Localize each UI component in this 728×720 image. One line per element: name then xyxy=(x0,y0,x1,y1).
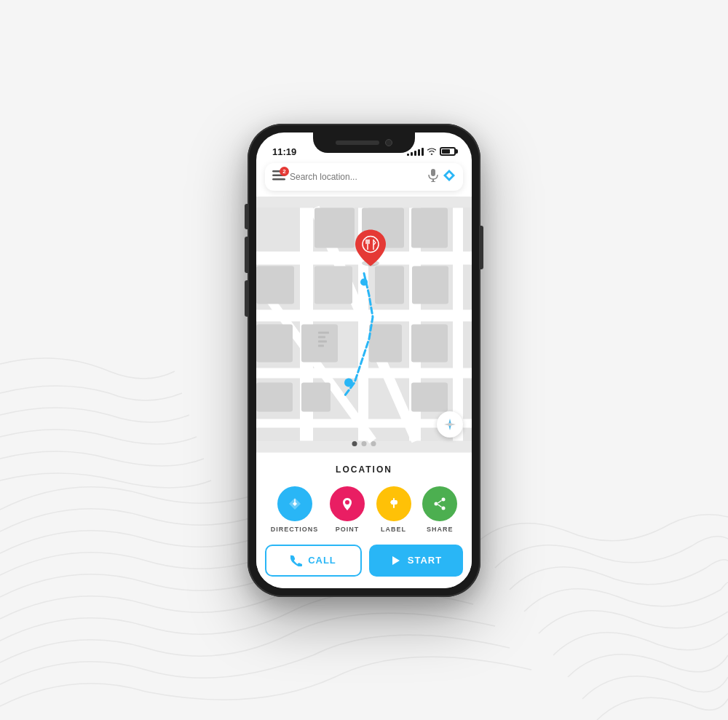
phone-screen: 11:19 xyxy=(256,132,472,588)
page-indicators xyxy=(352,441,376,446)
svg-rect-4 xyxy=(432,179,434,181)
power-button xyxy=(480,226,483,269)
svg-rect-35 xyxy=(318,336,325,338)
volume-up-button xyxy=(245,237,248,273)
svg-point-38 xyxy=(360,278,368,285)
share-label: SHARE xyxy=(427,526,454,533)
call-label: CALL xyxy=(308,555,336,566)
compass-button[interactable] xyxy=(437,411,463,438)
camera xyxy=(385,139,392,146)
map-area[interactable] xyxy=(256,197,472,452)
start-button[interactable]: START xyxy=(369,545,463,577)
share-circle xyxy=(422,486,457,521)
svg-rect-2 xyxy=(272,178,285,181)
call-button[interactable]: CALL xyxy=(265,545,362,577)
status-time: 11:19 xyxy=(272,146,296,157)
label-button[interactable]: LABEL xyxy=(376,486,411,533)
page-dot-2[interactable] xyxy=(362,441,367,446)
directions-circle xyxy=(277,486,312,521)
share-button[interactable]: SHARE xyxy=(422,486,457,533)
battery-fill xyxy=(442,149,450,154)
label-label: LABEL xyxy=(381,526,406,533)
action-buttons: DIRECTIONS POINT xyxy=(265,486,463,533)
svg-rect-29 xyxy=(369,324,402,362)
search-bar[interactable]: 2 xyxy=(265,163,463,191)
svg-rect-31 xyxy=(256,382,293,411)
svg-point-39 xyxy=(344,378,353,387)
svg-rect-28 xyxy=(301,324,338,362)
location-icon[interactable] xyxy=(443,169,456,185)
svg-rect-32 xyxy=(301,382,331,411)
svg-rect-37 xyxy=(318,344,324,347)
svg-rect-17 xyxy=(453,207,463,440)
svg-rect-34 xyxy=(318,331,329,333)
point-label: POINT xyxy=(336,526,360,533)
directions-label: DIRECTIONS xyxy=(271,526,319,533)
svg-point-49 xyxy=(345,500,349,505)
svg-rect-5 xyxy=(431,181,435,182)
location-title: LOCATION xyxy=(265,464,463,475)
start-label: START xyxy=(408,555,442,566)
signal-bar-2 xyxy=(411,152,413,156)
menu-badge: 2 xyxy=(280,167,289,176)
svg-rect-36 xyxy=(318,340,327,342)
search-input[interactable] xyxy=(290,172,424,182)
bottom-panel: LOCATION DIRECTIONS xyxy=(256,452,472,588)
svg-rect-24 xyxy=(314,266,352,304)
notch xyxy=(313,132,415,153)
point-circle xyxy=(330,486,365,521)
svg-marker-47 xyxy=(444,423,456,426)
signal-bar-5 xyxy=(422,148,424,156)
page-dot-3[interactable] xyxy=(371,441,376,446)
page-dot-1[interactable] xyxy=(352,441,357,446)
svg-rect-30 xyxy=(411,324,448,362)
svg-rect-23 xyxy=(256,266,294,304)
svg-point-50 xyxy=(442,497,446,501)
label-circle xyxy=(376,486,411,521)
svg-rect-27 xyxy=(256,324,293,362)
svg-line-54 xyxy=(438,505,442,507)
status-icons xyxy=(407,146,456,157)
svg-rect-3 xyxy=(431,169,435,176)
svg-line-53 xyxy=(438,500,442,503)
svg-rect-22 xyxy=(411,207,448,248)
signal-bar-3 xyxy=(414,151,416,156)
phone-frame: 11:19 xyxy=(248,124,480,597)
microphone-icon[interactable] xyxy=(428,169,438,185)
svg-rect-26 xyxy=(412,266,448,304)
svg-rect-33 xyxy=(411,382,448,411)
point-button[interactable]: POINT xyxy=(330,486,365,533)
svg-point-52 xyxy=(442,506,446,510)
speaker xyxy=(336,141,379,145)
svg-point-41 xyxy=(363,236,379,252)
menu-button[interactable]: 2 xyxy=(272,170,285,183)
silent-button xyxy=(245,204,248,229)
svg-marker-55 xyxy=(392,556,400,565)
volume-down-button xyxy=(245,280,248,317)
wifi-icon xyxy=(427,146,437,157)
signal-bar-1 xyxy=(407,154,409,156)
cta-row: CALL START xyxy=(265,545,463,577)
svg-rect-25 xyxy=(375,266,404,304)
svg-point-51 xyxy=(435,502,438,505)
svg-rect-20 xyxy=(314,207,355,248)
signal-bar-4 xyxy=(418,149,420,156)
battery-icon xyxy=(440,147,456,156)
directions-button[interactable]: DIRECTIONS xyxy=(271,486,319,533)
